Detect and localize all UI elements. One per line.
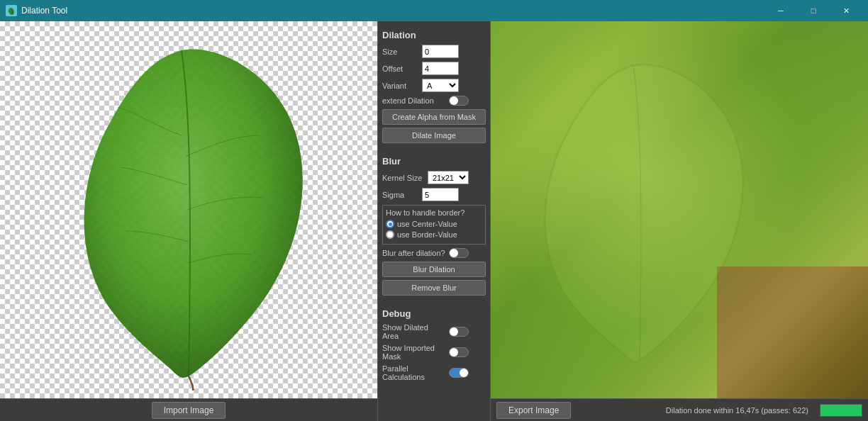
- svg-point-0: [8, 7, 16, 15]
- center-value-radio[interactable]: [386, 220, 394, 228]
- window-controls: ─ □ ✕: [764, 0, 862, 21]
- variant-row: Variant A B C: [382, 79, 486, 92]
- border-handle-group: How to handle border? use Center-Value u…: [382, 205, 486, 245]
- maximize-button[interactable]: □: [797, 0, 830, 21]
- blur-after-toggle[interactable]: [449, 248, 469, 258]
- app-title: Dilation Tool: [21, 6, 764, 16]
- show-dilated-label: Show Dilated Area: [382, 323, 446, 340]
- kernel-select[interactable]: 3x3 5x5 7x7 11x11 21x21 31x31: [428, 171, 469, 184]
- extend-row: extend Dilation: [382, 96, 486, 106]
- parallel-row: Parallel Calculations: [382, 364, 486, 381]
- extend-toggle[interactable]: [449, 96, 469, 106]
- show-mask-label: Show Imported Mask: [382, 344, 446, 361]
- blur-after-row: Blur after dilation?: [382, 248, 486, 258]
- center-value-label: use Center-Value: [397, 220, 457, 228]
- mask-toggle-knob: [450, 348, 458, 357]
- left-image-container: [0, 21, 377, 398]
- border-group-title: How to handle border?: [386, 208, 482, 217]
- app-icon: [6, 5, 17, 16]
- border-value-radio[interactable]: [386, 230, 394, 239]
- progress-bar-fill: [820, 405, 862, 416]
- dilate-image-button[interactable]: Dilate Image: [382, 128, 486, 143]
- blur-dilation-button[interactable]: Blur Dilation: [382, 262, 486, 277]
- center-value-row: use Center-Value: [386, 220, 482, 228]
- extend-label: extend Dilation: [382, 96, 446, 105]
- variant-select[interactable]: A B C: [422, 79, 459, 92]
- sigma-label: Sigma: [382, 191, 419, 199]
- right-image-container: [491, 21, 868, 398]
- left-panel: Import Image: [0, 21, 377, 421]
- blur-after-label: Blur after dilation?: [382, 249, 446, 257]
- show-dilated-row: Show Dilated Area: [382, 323, 486, 340]
- right-panel: Export Image Dilation done within 16,47s…: [491, 21, 868, 421]
- offset-label: Offset: [382, 64, 419, 73]
- border-value-row: use Border-Value: [386, 230, 482, 239]
- create-alpha-button[interactable]: Create Alpha from Mask: [382, 109, 486, 125]
- right-bottom-bar: Export Image Dilation done within 16,47s…: [491, 398, 868, 421]
- app-body: Import Image Dilation Size Offset Varian…: [0, 21, 868, 421]
- minimize-button[interactable]: ─: [764, 0, 797, 21]
- parallel-toggle-knob: [460, 369, 468, 377]
- parallel-label: Parallel Calculations: [382, 364, 446, 381]
- blur-section-title: Blur: [382, 156, 486, 167]
- show-dilated-toggle[interactable]: [449, 327, 469, 337]
- border-value-label: use Border-Value: [397, 230, 457, 239]
- show-mask-row: Show Imported Mask: [382, 344, 486, 361]
- size-label: Size: [382, 47, 419, 56]
- titlebar: Dilation Tool ─ □ ✕: [0, 0, 868, 21]
- debug-section-title: Debug: [382, 308, 486, 319]
- parallel-toggle[interactable]: [449, 368, 469, 378]
- size-row: Size: [382, 45, 486, 58]
- import-button[interactable]: Import Image: [152, 402, 226, 419]
- dilated-toggle-knob: [450, 327, 458, 336]
- variant-label: Variant: [382, 82, 419, 90]
- sigma-row: Sigma: [382, 188, 486, 201]
- offset-row: Offset: [382, 62, 486, 75]
- close-button[interactable]: ✕: [830, 0, 862, 21]
- blur-toggle-knob: [450, 249, 458, 257]
- sigma-input[interactable]: [422, 188, 459, 201]
- size-input[interactable]: [422, 45, 459, 58]
- left-bottom-bar: Import Image: [0, 398, 377, 421]
- show-mask-toggle[interactable]: [449, 347, 469, 357]
- status-text: Dilation done within 16,47s (passes: 622…: [577, 406, 814, 415]
- progress-bar-container: [820, 404, 862, 417]
- kernel-label: Kernel Size: [382, 174, 425, 182]
- controls-panel: Dilation Size Offset Variant A B C exten…: [377, 21, 491, 421]
- dilation-section-title: Dilation: [382, 30, 486, 40]
- left-leaf-image: [0, 21, 377, 398]
- remove-blur-button[interactable]: Remove Blur: [382, 280, 486, 296]
- export-button[interactable]: Export Image: [496, 402, 571, 419]
- kernel-row: Kernel Size 3x3 5x5 7x7 11x11 21x21 31x3…: [382, 171, 486, 184]
- offset-input[interactable]: [422, 62, 459, 75]
- toggle-knob: [450, 96, 458, 105]
